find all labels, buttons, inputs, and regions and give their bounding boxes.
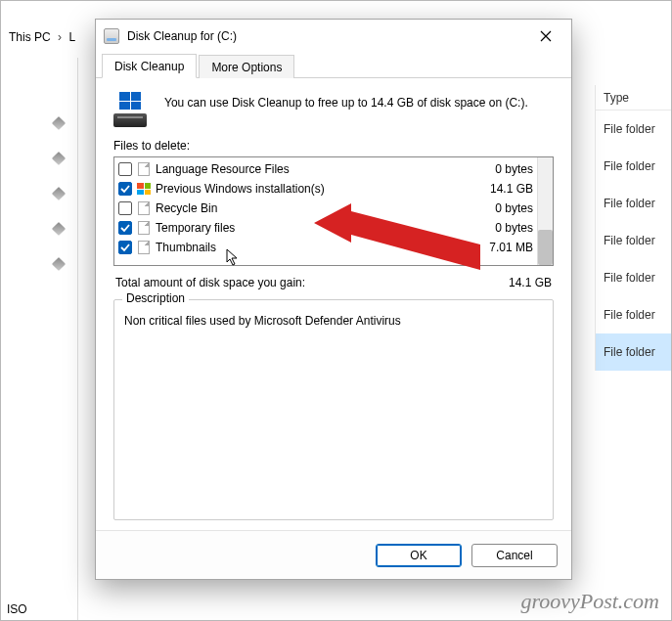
document-icon <box>136 161 152 177</box>
description-text: Non critical files used by Microsoft Def… <box>124 314 543 328</box>
explorer-divider <box>77 58 78 620</box>
disk-cleanup-icon <box>113 92 153 127</box>
files-list-wrap: Language Resource Files 0 bytes Previous… <box>113 156 554 266</box>
list-item: Previous Windows installation(s) 14.1 GB <box>118 179 535 199</box>
type-cell: File folder <box>596 222 671 259</box>
files-list[interactable]: Language Resource Files 0 bytes Previous… <box>113 156 554 266</box>
type-cell: File folder <box>596 148 671 185</box>
document-icon <box>136 220 152 236</box>
file-size: 14.1 GB <box>490 182 535 196</box>
document-icon <box>136 200 152 216</box>
type-cell: File folder <box>596 111 671 148</box>
intro-text: You can use Disk Cleanup to free up to 1… <box>164 94 528 127</box>
list-item: Recycle Bin 0 bytes <box>118 199 535 218</box>
description-legend: Description <box>122 291 189 305</box>
pin-icon <box>52 222 66 236</box>
explorer-type-column: Type File folder File folder File folder… <box>595 85 671 371</box>
chevron-right-icon: › <box>58 30 62 44</box>
file-size: 7.01 MB <box>489 241 535 254</box>
pin-icon <box>52 187 66 200</box>
ok-button[interactable]: OK <box>376 544 462 567</box>
drive-icon <box>104 28 119 44</box>
dialog-title: Disk Cleanup for (C:) <box>127 29 524 43</box>
checkbox[interactable] <box>118 162 132 176</box>
iso-label: ISO <box>7 602 27 616</box>
file-name[interactable]: Temporary files <box>156 221 491 235</box>
type-cell: File folder <box>596 185 671 222</box>
list-item: Thumbnails 7.01 MB <box>118 238 535 257</box>
pin-icon <box>52 116 66 130</box>
breadcrumb[interactable]: This PC › L <box>9 30 75 44</box>
close-icon <box>540 30 552 42</box>
type-cell: File folder <box>596 296 671 333</box>
tab-bar: Disk Cleanup More Options <box>96 53 571 78</box>
total-label: Total amount of disk space you gain: <box>115 276 305 289</box>
checkbox[interactable] <box>118 182 132 196</box>
list-item: Temporary files 0 bytes <box>118 218 535 238</box>
column-header-type[interactable]: Type <box>596 85 671 111</box>
file-name[interactable]: Recycle Bin <box>156 201 491 215</box>
file-name[interactable]: Previous Windows installation(s) <box>156 182 486 196</box>
type-cell: File folder <box>596 259 671 296</box>
list-item: Language Resource Files 0 bytes <box>118 159 535 179</box>
quick-access-pins <box>54 118 64 269</box>
intro-row: You can use Disk Cleanup to free up to 1… <box>113 92 554 127</box>
document-icon <box>136 240 152 255</box>
breadcrumb-root[interactable]: This PC <box>9 30 51 44</box>
scrollbar-thumb[interactable] <box>538 230 553 265</box>
file-size: 0 bytes <box>495 162 535 176</box>
dialog-button-row: OK Cancel <box>96 530 571 579</box>
disk-cleanup-dialog: Disk Cleanup for (C:) Disk Cleanup More … <box>95 19 572 580</box>
breadcrumb-item[interactable]: L <box>68 30 75 44</box>
file-size: 0 bytes <box>495 201 535 215</box>
scrollbar[interactable] <box>537 157 553 265</box>
close-button[interactable] <box>524 22 567 50</box>
file-name[interactable]: Language Resource Files <box>156 162 491 176</box>
total-row: Total amount of disk space you gain: 14.… <box>115 276 552 289</box>
titlebar[interactable]: Disk Cleanup for (C:) <box>96 20 571 53</box>
total-value: 14.1 GB <box>509 276 552 289</box>
tab-content: You can use Disk Cleanup to free up to 1… <box>96 78 571 530</box>
type-cell: File folder <box>596 333 671 371</box>
windows-icon <box>136 181 152 197</box>
pin-icon <box>52 257 66 271</box>
checkbox[interactable] <box>118 201 132 215</box>
files-to-delete-label: Files to delete: <box>113 139 554 153</box>
pin-icon <box>52 152 66 165</box>
file-name[interactable]: Thumbnails <box>156 241 485 254</box>
description-group: Description Non critical files used by M… <box>113 299 554 520</box>
checkbox[interactable] <box>118 241 132 254</box>
tab-more-options[interactable]: More Options <box>199 55 294 78</box>
cancel-button[interactable]: Cancel <box>471 544 558 567</box>
checkbox[interactable] <box>118 221 132 235</box>
tab-disk-cleanup[interactable]: Disk Cleanup <box>102 54 197 78</box>
file-size: 0 bytes <box>495 221 535 235</box>
